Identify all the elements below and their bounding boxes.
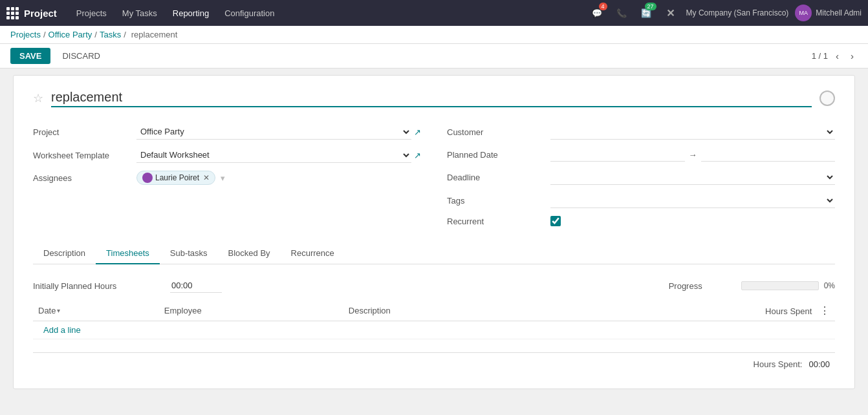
chat-button[interactable]: 💬 4	[588, 4, 606, 22]
phone-button[interactable]: 📞	[613, 4, 631, 22]
grid-icon	[6, 7, 19, 19]
progress-bar-bg	[741, 281, 819, 290]
close-button[interactable]: ✕	[662, 4, 680, 22]
tags-value	[550, 193, 835, 208]
form-right: Customer Planned Date →	[447, 120, 835, 230]
user-name: Mitchell Admi	[816, 8, 862, 17]
main-content: ☆ Project Office Party ↗ Worksheet	[0, 69, 868, 406]
field-assignees: Assignees Laurie Poiret ✕ ▾	[33, 167, 421, 189]
tabs-bar: Description Timesheets Sub-tasks Blocked…	[33, 243, 835, 264]
table-row-empty: Add a line	[33, 321, 835, 339]
deadline-label: Deadline	[447, 173, 550, 182]
customer-value	[550, 124, 835, 140]
planned-date-value: →	[550, 147, 835, 162]
field-customer: Customer	[447, 120, 835, 144]
save-button[interactable]: SAVE	[10, 48, 50, 64]
prev-page-button[interactable]: ‹	[832, 49, 843, 63]
sort-icon: ▾	[57, 307, 60, 314]
recurrent-value	[550, 216, 835, 226]
timesheets-section: Initially Planned Hours Progress 0%	[33, 275, 835, 376]
breadcrumb-current: replacement	[131, 30, 178, 39]
chat-badge: 4	[599, 3, 607, 10]
recurrent-label: Recurrent	[447, 217, 550, 226]
activity-button[interactable]: 🔄 27	[637, 4, 655, 22]
user-menu[interactable]: MA Mitchell Admi	[795, 5, 862, 21]
timesheets-table: Date ▾ Employee Description Hours Spent …	[33, 301, 835, 339]
app-brand[interactable]: Project	[6, 7, 57, 19]
planned-date-row: →	[550, 147, 835, 162]
recurrent-checkbox[interactable]	[550, 216, 561, 226]
timesheets-header: Initially Planned Hours Progress 0%	[33, 275, 835, 301]
column-menu-icon[interactable]: ⋮	[819, 305, 830, 316]
deadline-select[interactable]	[550, 169, 835, 185]
status-circle[interactable]	[819, 90, 835, 106]
nav-my-tasks[interactable]: My Tasks	[116, 6, 164, 21]
progress-row: Progress 0%	[669, 281, 835, 291]
project-select[interactable]: Office Party	[136, 124, 411, 140]
phone-icon: 📞	[616, 8, 627, 18]
breadcrumb-office-party[interactable]: Office Party	[49, 30, 92, 39]
assignees-value: Laurie Poiret ✕ ▾	[136, 171, 421, 185]
nav-projects[interactable]: Projects	[70, 6, 113, 21]
form-left: Project Office Party ↗ Worksheet Templat…	[33, 120, 421, 230]
discard-button[interactable]: DISCARD	[56, 48, 107, 64]
date-sort[interactable]: Date ▾	[38, 306, 154, 315]
worksheet-select[interactable]: Default Worksheet	[136, 147, 411, 163]
progress-bar-wrap: 0%	[741, 281, 835, 290]
activity-badge: 27	[645, 3, 656, 10]
next-page-button[interactable]: ›	[847, 49, 858, 63]
planned-hours-input[interactable]	[170, 279, 222, 293]
tags-select[interactable]	[550, 193, 835, 208]
form-fields: Project Office Party ↗ Worksheet Templat…	[33, 120, 835, 230]
hours-spent-footer-value: 00:00	[808, 359, 830, 369]
user-avatar: MA	[795, 5, 812, 21]
planned-hours-row: Initially Planned Hours	[33, 279, 222, 293]
planned-date-start[interactable]	[550, 147, 685, 162]
breadcrumb-sep1: /	[43, 30, 46, 39]
worksheet-ext-link[interactable]: ↗	[414, 151, 421, 160]
assignees-dropdown[interactable]: ▾	[221, 173, 225, 183]
tab-subtasks[interactable]: Sub-tasks	[160, 243, 218, 264]
nav-right: 💬 4 📞 🔄 27 ✕ My Company (San Francisco) …	[588, 4, 862, 22]
project-value: Office Party ↗	[136, 124, 421, 140]
tab-blocked-by[interactable]: Blocked By	[218, 243, 281, 264]
breadcrumb-projects[interactable]: Projects	[10, 30, 41, 39]
top-navigation: Project Projects My Tasks Reporting Conf…	[0, 0, 868, 26]
field-project: Project Office Party ↗	[33, 120, 421, 144]
form-card: ☆ Project Office Party ↗ Worksheet	[13, 75, 855, 389]
task-title-input[interactable]	[51, 89, 812, 107]
tab-description[interactable]: Description	[33, 243, 96, 264]
assignee-avatar	[142, 173, 153, 183]
action-bar: SAVE DISCARD 1 / 1 ‹ ›	[0, 44, 868, 69]
nav-configuration[interactable]: Configuration	[218, 6, 281, 21]
planned-date-end[interactable]	[701, 147, 836, 162]
pagination: 1 / 1 ‹ ›	[812, 49, 858, 63]
col-date[interactable]: Date ▾	[33, 301, 159, 321]
planned-date-label: Planned Date	[447, 150, 550, 160]
assignee-name: Laurie Poiret	[155, 173, 199, 182]
breadcrumb: Projects / Office Party / Tasks / replac…	[0, 26, 868, 44]
app-title: Project	[24, 8, 57, 19]
task-title-row: ☆	[33, 89, 835, 107]
project-label: Project	[33, 127, 136, 137]
planned-hours-label: Initially Planned Hours	[33, 281, 162, 291]
pagination-text: 1 / 1	[812, 51, 828, 61]
tab-recurrence[interactable]: Recurrence	[281, 243, 345, 264]
favorite-icon[interactable]: ☆	[33, 91, 43, 105]
tab-timesheets[interactable]: Timesheets	[96, 243, 160, 264]
breadcrumb-sep2: /	[94, 30, 97, 39]
customer-select[interactable]	[550, 124, 835, 140]
field-worksheet: Worksheet Template Default Worksheet ↗	[33, 144, 421, 167]
col-employee: Employee	[159, 301, 343, 321]
progress-percent: 0%	[824, 281, 835, 290]
project-ext-link[interactable]: ↗	[414, 127, 421, 137]
assignee-remove[interactable]: ✕	[203, 173, 210, 182]
timesheets-footer: Hours Spent: 00:00	[33, 352, 835, 376]
worksheet-label: Worksheet Template	[33, 151, 136, 160]
field-tags: Tags	[447, 189, 835, 212]
field-recurrent: Recurrent	[447, 212, 835, 230]
nav-reporting[interactable]: Reporting	[166, 6, 215, 21]
add-line-button[interactable]: Add a line	[38, 321, 86, 339]
hours-spent-footer-label: Hours Spent:	[754, 359, 803, 369]
breadcrumb-tasks[interactable]: Tasks	[100, 30, 121, 39]
